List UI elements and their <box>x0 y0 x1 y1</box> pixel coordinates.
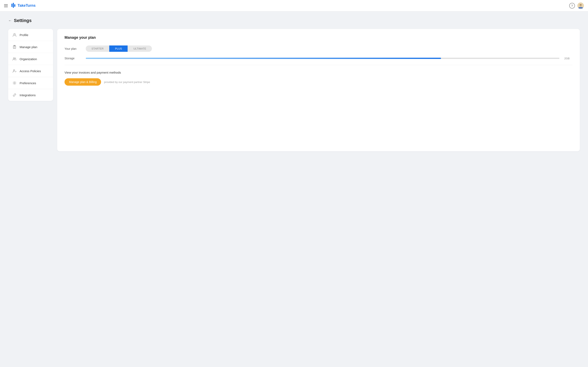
hamburger-menu[interactable] <box>4 4 8 7</box>
sidebar-label-integrations: Integrations <box>20 93 35 97</box>
sidebar-label-preferences: Preferences <box>20 81 36 85</box>
sidebar-item-preferences[interactable]: Preferences <box>8 77 53 89</box>
app-header: TakeTurns ? <box>0 0 588 11</box>
person-check-icon <box>12 69 17 73</box>
sidebar-item-profile[interactable]: Profile <box>8 29 53 41</box>
settings-layout: Profile Manage plan <box>8 29 580 151</box>
billing-sub-label: provided by our payment partner Stripe <box>104 81 150 83</box>
sidebar-item-integrations[interactable]: Integrations <box>8 89 53 101</box>
svg-rect-2 <box>14 4 15 7</box>
help-button[interactable]: ? <box>569 3 575 8</box>
svg-rect-1 <box>13 3 14 8</box>
sidebar-item-organization[interactable]: Organization <box>8 53 53 65</box>
page: ← Settings Profile <box>0 11 588 158</box>
avatar[interactable] <box>577 2 584 9</box>
back-button[interactable]: ← <box>8 19 12 22</box>
svg-rect-0 <box>11 4 12 7</box>
main-content: Manage your plan Your plan STARTER PLUS … <box>57 29 580 151</box>
invoices-title: View your invoices and payment methods <box>65 71 572 74</box>
section-title: Manage your plan <box>65 35 572 40</box>
storage-label: Storage <box>65 57 81 60</box>
page-header: ← Settings <box>8 18 580 23</box>
plan-row: Your plan STARTER PLUS ULTIMATE <box>65 45 572 52</box>
svg-point-4 <box>580 4 582 6</box>
sidebar-label-access-policies: Access Policies <box>20 69 41 73</box>
plan-starter-button[interactable]: STARTER <box>86 45 109 52</box>
gear-icon <box>12 81 17 85</box>
storage-value: 2GB <box>564 57 572 60</box>
plan-label: Your plan <box>65 47 81 50</box>
svg-point-14 <box>13 70 15 71</box>
settings-sidebar: Profile Manage plan <box>8 29 53 101</box>
sidebar-item-access-policies[interactable]: Access Policies <box>8 65 53 77</box>
logo[interactable]: TakeTurns <box>11 2 35 9</box>
header-left: TakeTurns <box>4 2 35 9</box>
sidebar-label-manage-plan: Manage plan <box>20 45 37 49</box>
plan-ultimate-button[interactable]: ULTIMATE <box>128 45 152 52</box>
storage-fill <box>86 58 441 59</box>
logo-text: TakeTurns <box>17 3 35 8</box>
sidebar-label-organization: Organization <box>20 57 37 61</box>
page-title: Settings <box>14 18 32 23</box>
svg-point-15 <box>14 82 15 83</box>
billing-row: Manage plan & Billing provided by our pa… <box>65 78 572 86</box>
logo-icon <box>11 2 17 9</box>
storage-row: Storage 2GB <box>65 57 572 65</box>
storage-bar <box>86 58 559 59</box>
manage-billing-button[interactable]: Manage plan & Billing <box>65 78 101 86</box>
svg-point-12 <box>13 58 15 59</box>
person-icon <box>12 33 17 37</box>
plan-buttons: STARTER PLUS ULTIMATE <box>86 45 152 52</box>
svg-rect-5 <box>580 4 582 5</box>
clipboard-icon <box>12 45 17 49</box>
people-icon <box>12 57 17 61</box>
svg-point-13 <box>15 58 16 59</box>
sidebar-label-profile: Profile <box>20 33 28 37</box>
link-icon <box>12 93 17 97</box>
plan-plus-button[interactable]: PLUS <box>109 45 128 52</box>
header-right: ? <box>569 2 584 9</box>
sidebar-item-manage-plan[interactable]: Manage plan <box>8 41 53 53</box>
svg-point-6 <box>14 33 15 35</box>
